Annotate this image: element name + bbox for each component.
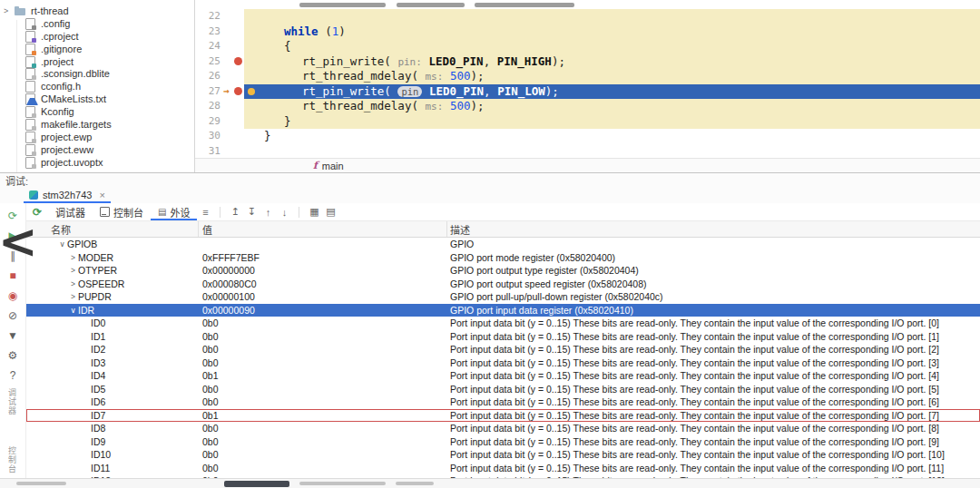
stop-button[interactable]: ■ [0,266,25,286]
grid-view-icon[interactable]: ▦ [306,206,322,218]
register-value: 0b0 [199,357,447,368]
tab-console[interactable]: 控制台 [93,203,151,220]
tree-item-cmakelists[interactable]: CMakeLists.txt [0,93,194,105]
tree-item-gitignore[interactable]: .gitignore [0,43,194,55]
tree-item-kconfig[interactable]: Kconfig [0,105,194,118]
tab-debugger[interactable]: 调试器 [48,203,93,220]
register-name: PUPDR [78,291,112,302]
expander-icon[interactable]: ∨ [68,306,78,315]
table-row-id9[interactable]: ID9 0b0 Port input data bit (y = 0..15) … [26,435,980,449]
chevron-right-icon[interactable]: > [4,6,15,15]
code-text[interactable]: rt_pin_write( pin LED0_PIN, PIN_LOW); [244,84,980,100]
session-tab-stm32h743[interactable]: stm32h743 × [24,188,111,203]
expander-icon[interactable]: ∨ [57,239,67,249]
line-number[interactable]: 31 [195,144,220,160]
help-button[interactable]: ? [0,366,25,386]
mute-breakpoints-button[interactable]: ⊘ [0,306,25,326]
table-row-gpiob[interactable]: ∨GPIOB GPIO [26,238,980,251]
code-text[interactable]: while (1) [244,24,980,40]
line-number[interactable]: 28 [195,99,220,114]
code-line: 24 { [195,39,980,54]
close-icon[interactable]: × [99,190,104,200]
expander-icon[interactable]: > [68,292,78,301]
code-token: ); [470,99,484,112]
code-line: 28 rt_thread_mdelay( ms: 500); [195,99,980,114]
table-row-id6[interactable]: ID6 0b0 Port input data bit (y = 0..15) … [26,395,980,409]
options-menu-icon[interactable]: ≡ [197,207,213,218]
peripherals-icon: ▤ [158,207,166,217]
line-number[interactable]: 29 [195,114,220,130]
filter-button[interactable]: ▼ [0,326,25,346]
table-row-id7-highlighted[interactable]: ID7 0b1 Port input data bit (y = 0..15) … [26,409,980,423]
table-row-otyper[interactable]: >OTYPER 0x00000000 GPIO port output type… [26,264,980,278]
status-bar [0,478,980,488]
tree-item-makefile-targets[interactable]: makefile.targets [0,118,194,131]
code-editor[interactable]: 22 23 while (1) 24 { 25 rt_pin_write( pi… [195,0,980,172]
line-number[interactable]: 25 [195,54,220,70]
table-row-id2[interactable]: ID2 0b0 Port input data bit (y = 0..15) … [26,343,980,356]
column-header-desc[interactable]: 描述 [447,221,980,237]
tree-item-rt-thread[interactable]: > rt-thread [0,5,194,17]
table-row-id11[interactable]: ID11 0b0 Port input data bit (y = 0..15)… [26,462,980,475]
table-row-id8[interactable]: ID8 0b0 Port input data bit (y = 0..15) … [26,422,980,435]
code-text[interactable]: { [244,39,980,54]
tool-stripe-console[interactable]: 控制台 [6,446,18,473]
tree-item-project-ewp[interactable]: project.ewp [0,131,194,143]
table-row-ospeedr[interactable]: >OSPEEDR 0x000080C0 GPIO port output spe… [26,278,980,291]
tab-peripherals[interactable]: ▤外设 [151,203,197,220]
breakpoint-icon[interactable] [234,87,242,95]
code-text[interactable]: rt_thread_mdelay( ms: 500); [244,99,980,114]
columns-view-icon[interactable]: ▤ [322,206,338,218]
table-row-id5[interactable]: ID5 0b0 Port input data bit (y = 0..15) … [26,383,980,396]
code-text[interactable] [244,9,980,24]
table-row-moder[interactable]: >MODER 0xFFFF7EBF GPIO port mode registe… [26,251,980,265]
code-token [443,69,450,83]
tool-stripe-debugger[interactable]: 调试器 [6,388,18,415]
line-number[interactable]: 22 [195,9,220,24]
code-text[interactable]: rt_pin_write( pin: LED0_PIN, PIN_HIGH); [244,54,980,70]
code-token: 500 [450,69,471,83]
table-row-id1[interactable]: ID1 0b0 Port input data bit (y = 0..15) … [26,330,980,344]
folder-icon [15,5,26,16]
column-header-name[interactable]: 名称 [26,221,199,237]
view-breakpoints-button[interactable]: ◉ [0,286,25,306]
table-row-id3[interactable]: ID3 0b0 Port input data bit (y = 0..15) … [26,356,980,370]
collapse-all-icon[interactable]: ↧ [243,206,260,218]
tree-item-cproject[interactable]: .cproject [0,30,194,43]
table-row-idr-selected[interactable]: ∨IDR 0x00000090 GPIO port input data reg… [26,304,980,317]
tree-item-cconfig-h[interactable]: cconfig.h [0,80,194,93]
expand-all-icon[interactable]: ↥ [227,206,243,218]
line-number[interactable]: 27 [195,84,220,100]
scroll-up-icon[interactable]: ↑ [260,207,276,218]
expander-icon[interactable]: > [68,266,78,275]
tree-item-sconsign[interactable]: .sconsign.dblite [0,67,194,80]
line-number[interactable]: 24 [195,39,220,54]
expander-icon[interactable]: > [68,279,78,288]
table-row-id0[interactable]: ID0 0b0 Port input data bit (y = 0..15) … [26,317,980,330]
code-token: LED0_PIN [428,54,483,68]
table-row-id4[interactable]: ID4 0b1 Port input data bit (y = 0..15) … [26,369,980,383]
breakpoint-icon[interactable] [234,57,242,65]
line-number[interactable]: 23 [195,24,220,40]
expander-icon[interactable]: > [68,253,78,262]
code-text[interactable]: rt_thread_mdelay( ms: 500); [244,69,980,84]
register-table-body: ∨GPIOB GPIO >MODER 0xFFFF7EBF GPIO port … [26,238,980,488]
column-header-value[interactable]: 值 [199,221,447,237]
header-file-icon [24,81,36,92]
line-number[interactable]: 26 [195,69,220,84]
line-number[interactable]: 30 [195,129,220,144]
tree-item-config[interactable]: .config [0,17,194,30]
file-icon [24,106,36,117]
table-row-id10[interactable]: ID10 0b0 Port input data bit (y = 0..15)… [26,448,980,462]
tree-item-project-eww[interactable]: project.eww [0,143,194,156]
code-text[interactable]: } [244,114,980,130]
table-row-pupdr[interactable]: >PUPDR 0x00000100 GPIO port pull-up/pull… [26,290,980,304]
code-text[interactable]: } [244,129,980,144]
scroll-down-icon[interactable]: ↓ [276,207,292,218]
breadcrumb-function-name[interactable]: main [322,161,344,171]
tree-item-project[interactable]: .project [0,55,194,68]
code-text[interactable] [244,144,980,160]
settings-button[interactable]: ⚙ [0,346,25,366]
cursor-annotation-chevron: < [0,218,38,265]
tree-item-project-uvoptx[interactable]: project.uvoptx [0,156,194,169]
